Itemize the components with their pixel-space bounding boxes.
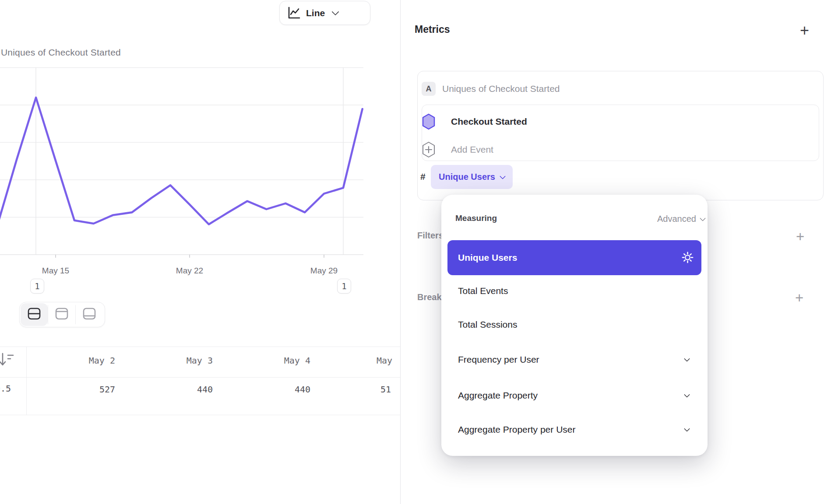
- measuring-option-label: Frequency per User: [458, 354, 539, 365]
- table-bottom-border: [0, 415, 400, 415]
- measurement-pill-label: Unique Users: [439, 172, 495, 182]
- add-event-button[interactable]: Add Event: [451, 144, 493, 155]
- chevron-down-icon: [500, 173, 506, 179]
- add-metric-button[interactable]: +: [800, 23, 809, 38]
- table-cell-value: 440: [222, 384, 310, 395]
- x-axis-tick-label: May 22: [176, 266, 203, 276]
- chart-only-view-icon: [55, 308, 69, 322]
- sort-descending-icon[interactable]: [0, 350, 16, 371]
- chart-only-view-button[interactable]: [48, 303, 75, 326]
- measuring-option-label: Total Events: [458, 286, 508, 296]
- measuring-mode-label: Advanced: [657, 214, 696, 224]
- filters-section-title: Filters: [417, 231, 444, 241]
- x-axis-tick-label: May 29: [310, 266, 338, 276]
- annotation-count-badge[interactable]: 1: [337, 279, 351, 294]
- count-prefix: #: [420, 172, 426, 182]
- add-breakdown-button[interactable]: +: [795, 290, 803, 305]
- table-column-header[interactable]: May 2: [26, 355, 115, 366]
- measuring-option-label: Aggregate Property per User: [458, 424, 575, 435]
- measuring-label: Measuring: [455, 214, 497, 223]
- table-column-header[interactable]: May 3: [124, 355, 213, 366]
- add-event-hexagon-icon[interactable]: [422, 141, 436, 158]
- chart-type-selector[interactable]: Line: [279, 1, 370, 25]
- measuring-mode-selector[interactable]: Advanced: [626, 214, 705, 224]
- add-filter-button[interactable]: +: [796, 229, 804, 244]
- chevron-down-icon: [700, 215, 706, 221]
- table-column-header[interactable]: May 4: [222, 355, 310, 366]
- event-name[interactable]: Checkout Started: [451, 116, 527, 127]
- table-only-view-button[interactable]: [76, 303, 103, 326]
- table-cell-value: 440: [124, 384, 213, 395]
- measuring-option-aggregate-property-per-user[interactable]: Aggregate Property per User: [447, 412, 701, 447]
- measurement-pill[interactable]: Unique Users: [431, 165, 513, 189]
- chevron-down-icon: [332, 8, 339, 16]
- measuring-option-total-sessions[interactable]: Total Sessions: [447, 307, 701, 342]
- view-toggle: [19, 302, 105, 327]
- table-cell-value: 51: [380, 384, 391, 395]
- chevron-down-icon: [684, 426, 690, 432]
- annotation-count-badge[interactable]: 1: [30, 279, 44, 294]
- chevron-down-icon: [684, 392, 690, 398]
- chart-title: Uniques of Checkout Started: [1, 47, 121, 58]
- measuring-option-frequency-per-user[interactable]: Frequency per User: [447, 342, 701, 377]
- metric-line-series: [0, 98, 363, 225]
- x-axis-tick-label: May 15: [42, 266, 69, 276]
- measuring-option-label: Aggregate Property: [458, 390, 538, 401]
- table-cell-value: 527: [26, 384, 115, 395]
- measuring-option-label: Unique Users: [458, 252, 517, 263]
- split-chart-table-view-button[interactable]: [21, 303, 48, 326]
- series-letter-badge: A: [422, 82, 436, 96]
- measuring-option-unique-users[interactable]: Unique Users: [447, 240, 701, 275]
- split-chart-table-view-icon: [27, 308, 41, 322]
- measuring-option-total-events[interactable]: Total Events: [447, 273, 701, 308]
- table-top-border: [0, 346, 400, 347]
- table-column-header[interactable]: May: [377, 355, 392, 366]
- chevron-down-icon: [684, 356, 690, 362]
- measuring-option-label: Total Sessions: [458, 319, 517, 330]
- line-chart[interactable]: [0, 61, 372, 262]
- table-header-border: [0, 377, 400, 378]
- metric-series-title[interactable]: Uniques of Checkout Started: [442, 84, 560, 94]
- metrics-section-title: Metrics: [415, 24, 450, 35]
- table-only-view-icon: [82, 308, 96, 322]
- table-first-cell: 0.5: [0, 383, 11, 394]
- chart-type-label: Line: [306, 8, 325, 18]
- insights-report-view: Line Uniques of Checkout Started May 15M…: [0, 0, 831, 504]
- measuring-option-aggregate-property[interactable]: Aggregate Property: [447, 378, 701, 413]
- line-chart-icon: [287, 6, 301, 20]
- event-hexagon-icon: [422, 113, 436, 130]
- panel-divider: [400, 0, 401, 504]
